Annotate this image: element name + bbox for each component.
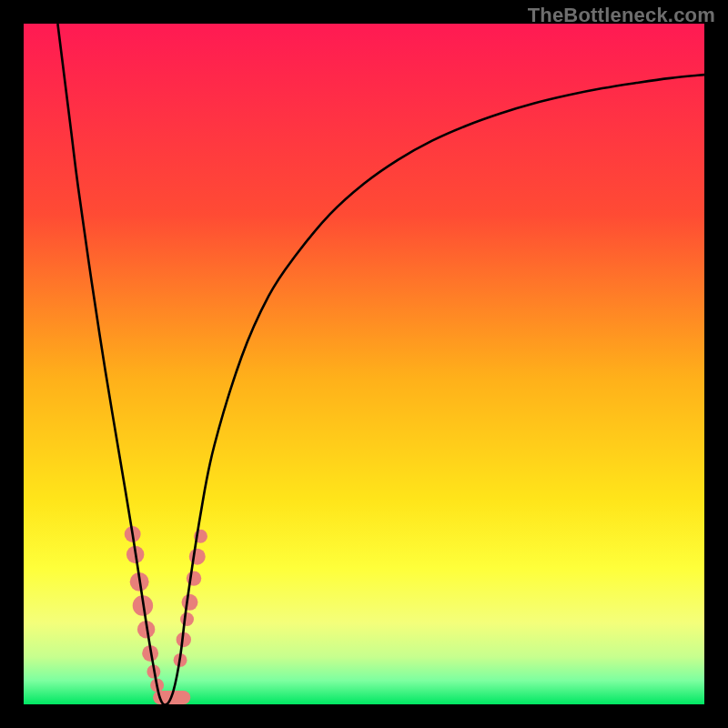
curve-layer	[24, 24, 704, 704]
plot-area	[24, 24, 704, 704]
chart-frame: TheBottleneck.com	[0, 0, 728, 728]
data-marker	[182, 594, 198, 611]
data-marker	[180, 612, 194, 626]
bottleneck-curve	[57, 24, 704, 704]
data-marker	[189, 549, 206, 565]
